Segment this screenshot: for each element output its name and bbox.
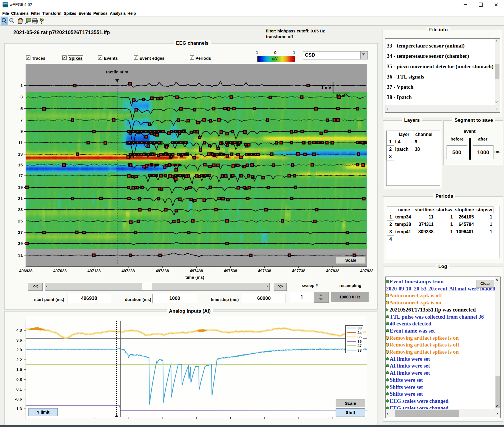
svg-text:?: ? xyxy=(40,18,43,25)
